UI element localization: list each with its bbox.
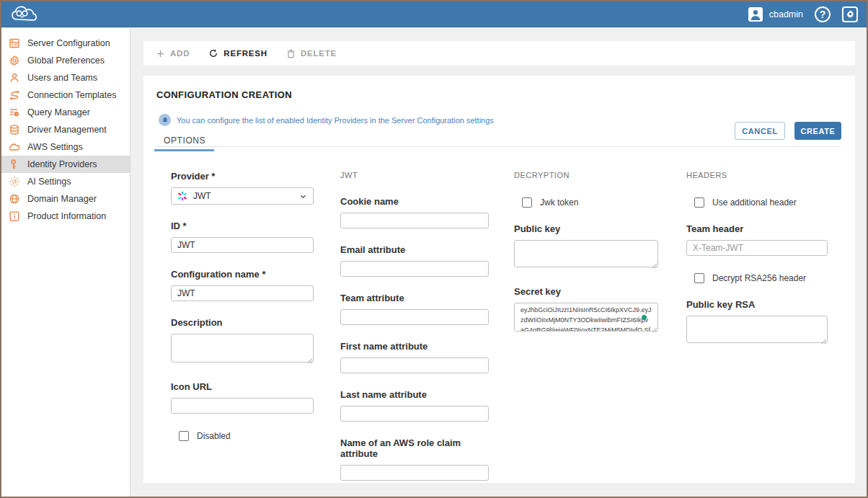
gear-icon: [9, 55, 20, 66]
sidebar-item-query-manager[interactable]: Query Manager: [1, 104, 130, 121]
sidebar-item-connection-templates[interactable]: Connection Templates: [1, 86, 130, 104]
use-additional-header-checkbox[interactable]: [694, 197, 704, 208]
secret-key-indicator-dot: [642, 315, 647, 320]
secret-key-label: Secret key: [514, 286, 658, 297]
jwt-column: JWT Cookie name Email attribute Team att…: [340, 171, 489, 481]
jwk-token-checkbox[interactable]: [522, 197, 532, 208]
public-key-label: Public key: [514, 223, 658, 234]
description-textarea[interactable]: [171, 334, 314, 363]
cookie-name-label: Cookie name: [340, 196, 489, 207]
email-attribute-input[interactable]: [340, 261, 489, 277]
public-key-textarea[interactable]: [514, 240, 658, 267]
description-label: Description: [171, 317, 314, 328]
info-message: You can configure the list of enabled Id…: [159, 114, 494, 126]
last-name-attribute-label: Last name attribute: [340, 389, 489, 400]
team-header-input[interactable]: [686, 240, 828, 256]
public-key-rsa-textarea[interactable]: [686, 316, 828, 343]
user-avatar-icon: [748, 6, 763, 22]
decrypt-rsa256-header-checkbox-label: Decrypt RSA256 header: [712, 273, 806, 283]
refresh-button-label: REFRESH: [223, 49, 267, 58]
disabled-checkbox-row: Disabled: [179, 431, 314, 441]
user-menu[interactable]: cbadmin: [748, 6, 803, 22]
help-glyph: ?: [820, 9, 826, 20]
settings-gear-icon[interactable]: [842, 6, 858, 22]
sidebar-item-product-information[interactable]: Product Information: [1, 208, 130, 225]
secret-key-textarea[interactable]: eyJhbGciOiJIUzI1NiIsInR5cCI6IkpXVCJ9.eyJ…: [514, 303, 658, 332]
decrypt-rsa256-header-checkbox-row: Decrypt RSA256 header: [694, 273, 828, 283]
provider-label: Provider *: [171, 171, 314, 182]
last-name-attribute-input[interactable]: [340, 406, 489, 422]
use-additional-header-checkbox-row: Use additional header: [694, 197, 828, 208]
server-config-icon: [9, 37, 20, 49]
toolbar: ADD REFRESH DELETE: [143, 41, 855, 66]
jwt-section-header: JWT: [340, 171, 489, 180]
sidebar-item-label: Product Information: [27, 211, 106, 221]
trash-icon: [286, 49, 296, 58]
sidebar-item-label: Query Manager: [27, 107, 90, 117]
sidebar-item-label: Users and Teams: [27, 73, 97, 83]
sidebar-item-label: Global Preferences: [27, 55, 105, 66]
chevron-down-icon: [299, 192, 307, 200]
decryption-section-header: DECRYPTION: [514, 171, 658, 180]
sidebar-item-server-configuration[interactable]: Server Configuration: [1, 35, 130, 52]
delete-button[interactable]: DELETE: [286, 49, 337, 58]
aws-role-claim-attribute-label: Name of an AWS role claim attribute: [340, 437, 489, 459]
tab-options[interactable]: OPTIONS: [156, 135, 214, 150]
top-header-bar: cbadmin ?: [1, 1, 867, 27]
team-header-label: Team header: [686, 223, 828, 234]
bell-icon: [159, 114, 171, 126]
decryption-column: DECRYPTION Jwk token Public key Secret k…: [514, 171, 658, 334]
help-icon[interactable]: ?: [815, 6, 831, 22]
tab-bar: OPTIONS: [156, 133, 841, 147]
sidebar-item-domain-manager[interactable]: Domain Manager: [1, 190, 130, 208]
plus-icon: [156, 49, 165, 58]
main-content: ADD REFRESH DELETE CONFIGURATION CREATIO…: [131, 28, 867, 497]
aws-role-claim-attribute-input[interactable]: [340, 465, 489, 481]
headers-section-header: HEADERS: [686, 171, 828, 180]
jwt-logo-icon: [177, 191, 187, 201]
icon-url-label: Icon URL: [171, 381, 314, 392]
sidebar-item-users-and-teams[interactable]: Users and Teams: [1, 69, 130, 86]
first-name-attribute-input[interactable]: [340, 357, 489, 373]
query-icon: [9, 107, 20, 118]
configuration-name-label: Configuration name *: [171, 269, 314, 280]
disabled-checkbox[interactable]: [179, 431, 189, 441]
sidebar-item-ai-settings[interactable]: AI Settings: [1, 173, 130, 190]
connection-icon: [9, 89, 20, 101]
icon-url-input[interactable]: [171, 398, 314, 414]
provider-select[interactable]: JWT: [171, 187, 314, 205]
team-attribute-input[interactable]: [340, 309, 489, 325]
team-attribute-label: Team attribute: [340, 293, 489, 303]
add-button[interactable]: ADD: [156, 49, 190, 58]
info-icon: [9, 210, 20, 222]
id-label: ID *: [171, 221, 314, 231]
cloudbeaver-logo-icon: [10, 4, 42, 25]
jwk-token-checkbox-row: Jwk token: [522, 197, 658, 208]
info-message-text: You can configure the list of enabled Id…: [177, 116, 494, 125]
sidebar-item-label: Connection Templates: [27, 90, 116, 100]
refresh-button[interactable]: REFRESH: [208, 48, 267, 58]
sidebar-item-label: Domain Manager: [27, 194, 97, 204]
globe-icon: [9, 193, 20, 205]
sidebar-item-global-preferences[interactable]: Global Preferences: [1, 52, 130, 69]
sidebar-item-identity-providers[interactable]: Identity Providers: [1, 156, 130, 173]
sidebar-item-label: AI Settings: [27, 177, 71, 187]
first-name-attribute-label: First name attribute: [340, 341, 489, 352]
app-window: cbadmin ? Server Configuration Global Pr…: [0, 0, 868, 498]
sidebar-item-label: Identity Providers: [27, 159, 97, 169]
jwk-token-checkbox-label: Jwk token: [540, 197, 578, 208]
provider-value: JWT: [193, 191, 293, 201]
delete-button-label: DELETE: [301, 49, 337, 58]
id-input[interactable]: [171, 237, 314, 253]
key-icon: [9, 159, 20, 170]
general-column: Provider * JWT ID * Configuration: [171, 171, 314, 441]
refresh-icon: [208, 48, 218, 58]
page-title: CONFIGURATION CREATION: [156, 89, 292, 100]
sidebar-item-driver-management[interactable]: Driver Management: [1, 121, 130, 138]
cookie-name-input[interactable]: [340, 213, 489, 228]
sidebar-item-aws-settings[interactable]: AWS Settings: [1, 138, 130, 156]
decrypt-rsa256-header-checkbox[interactable]: [694, 273, 704, 283]
disabled-checkbox-label: Disabled: [197, 431, 231, 441]
use-additional-header-checkbox-label: Use additional header: [712, 197, 797, 208]
configuration-name-input[interactable]: [171, 285, 314, 301]
